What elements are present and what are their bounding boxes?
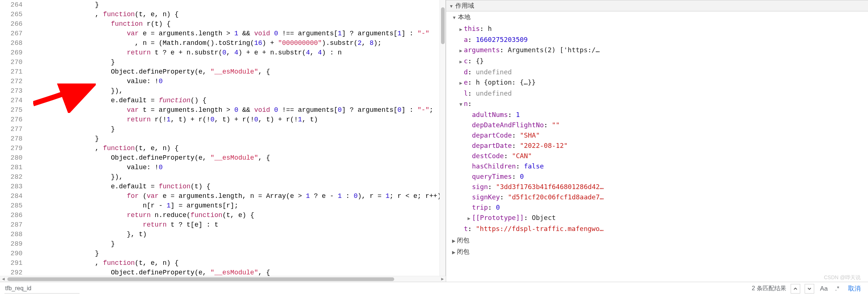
scope-variable-row[interactable]: sign: "3dd3f1763b41f646801286d42… (451, 182, 868, 192)
code-line[interactable]: , n = (Math.random().toString(16) + "000… (31, 38, 445, 48)
scope-variable-row[interactable]: queryTimes: 0 (451, 171, 868, 182)
code-line[interactable]: var e = arguments.length > 1 && void 0 !… (31, 29, 445, 38)
line-number: 272 (0, 77, 22, 86)
vertical-scroll-thumb[interactable] (441, 7, 445, 44)
closure-scope-header[interactable]: ▶闭包 (446, 235, 868, 246)
scope-sidebar: ▼ 作用域 ▼本地 ▶this: ha: 1660275203509▶argum… (446, 0, 868, 295)
code-line[interactable]: } (31, 249, 445, 258)
scope-variable-row[interactable]: trip: 0 (451, 202, 868, 213)
code-line[interactable]: Object.defineProperty(e, "__esModule", { (31, 153, 445, 163)
scope-variable-row[interactable]: ▶arguments: Arguments(2) ['https:/… (451, 45, 868, 56)
scope-variable-row[interactable]: departCode: "SHA" (451, 130, 868, 141)
code-line[interactable]: n[r - 1] = arguments[r]; (31, 201, 445, 210)
scope-variable-row[interactable]: destCode: "CAN" (451, 151, 868, 161)
code-line[interactable]: } (31, 57, 445, 67)
code-editor-pane: 2642652662672682692702712722732742752762… (0, 0, 446, 295)
variable-name: this (464, 25, 480, 32)
line-number: 276 (0, 115, 22, 124)
line-number: 270 (0, 57, 22, 67)
line-number: 290 (0, 249, 22, 258)
line-number: 273 (0, 86, 22, 96)
regex-toggle[interactable]: .* (834, 285, 841, 292)
variable-name: arguments (464, 46, 500, 54)
scroll-right-icon[interactable]: ▶ (439, 276, 446, 282)
code-line[interactable]: for (var e = arguments.length, n = Array… (31, 191, 445, 201)
horizontal-scrollbar[interactable]: ◀ ▶ (0, 276, 446, 282)
line-number: 266 (0, 19, 22, 29)
variable-name: destCode (472, 152, 504, 160)
line-number: 275 (0, 105, 22, 115)
code-line[interactable]: return n.reduce(function(t, e) { (31, 210, 445, 220)
annotation-arrow-icon (33, 83, 96, 113)
find-prev-button[interactable] (791, 284, 800, 294)
line-number: 274 (0, 96, 22, 105)
code-line[interactable]: } (31, 0, 445, 10)
scope-variable-row[interactable]: signKey: "d5f1cf20c06fcf1d8aade7… (451, 192, 868, 202)
code-area[interactable]: } , function(t, e, n) { function r(t) { … (31, 0, 445, 295)
scope-variable-row[interactable]: t: "https://fdspl-traffic.mafengwo… (451, 224, 868, 234)
scope-variable-row[interactable]: ▶e: h {option: {…}} (451, 77, 868, 88)
code-line[interactable]: , function(t, e, n) { (31, 143, 445, 153)
code-line[interactable]: } (31, 134, 445, 143)
code-line[interactable]: } (31, 124, 445, 134)
expand-icon[interactable]: ▶ (458, 46, 464, 56)
scope-variable-row[interactable]: ▶this: h (451, 24, 868, 35)
code-line[interactable]: function r(t) { (31, 19, 445, 29)
scope-variable-row[interactable]: a: 1660275203509 (451, 35, 868, 45)
code-line[interactable]: return t ? e + n.substr(0, 4) + e + n.su… (31, 48, 445, 57)
scroll-left-icon[interactable]: ◀ (0, 276, 7, 282)
watermark: CSDN @哔天说 (824, 274, 861, 281)
line-number: 265 (0, 10, 22, 19)
variable-name: hasChildren (472, 162, 516, 170)
line-number: 281 (0, 163, 22, 172)
scope-panel-header[interactable]: ▼ 作用域 (446, 0, 868, 11)
code-line[interactable]: e.default = function(t) { (31, 182, 445, 191)
variable-name: queryTimes (472, 173, 512, 180)
code-line[interactable]: value: !0 (31, 163, 445, 172)
expand-icon[interactable]: ▶ (458, 78, 464, 88)
scope-variable-row[interactable]: adultNums: 1 (451, 110, 868, 120)
expand-icon[interactable]: ▶ (458, 57, 464, 67)
find-cancel-button[interactable]: 取消 (845, 284, 864, 293)
variable-name: e (464, 78, 468, 86)
chevron-down-icon: ▼ (452, 15, 456, 20)
scope-variable-row[interactable]: departDate: "2022-08-12" (451, 141, 868, 151)
scope-variable-row[interactable]: hasChildren: false (451, 161, 868, 171)
line-number: 268 (0, 38, 22, 48)
vertical-scrollbar[interactable] (440, 0, 445, 276)
closure-scope-header-2[interactable]: ▶闭包 (446, 246, 868, 257)
find-next-button[interactable] (805, 284, 814, 294)
code-line[interactable]: , function(t, e, n) { (31, 258, 445, 268)
scope-variable-row[interactable]: ▶[[Prototype]]: Object (451, 213, 868, 224)
match-case-toggle[interactable]: Aa (819, 285, 829, 292)
code-line[interactable]: , function(t, e, n) { (31, 10, 445, 19)
variable-name: [[Prototype]] (472, 214, 524, 221)
scope-variable-row[interactable]: d: undefined (451, 67, 868, 77)
code-line[interactable]: return t ? t[e] : t (31, 220, 445, 230)
variable-name: depDateAndFlightNo (472, 121, 544, 129)
line-number: 286 (0, 210, 22, 220)
code-line[interactable]: Object.defineProperty(e, "__esModule", { (31, 67, 445, 77)
expand-icon[interactable]: ▼ (458, 99, 464, 110)
expand-icon[interactable]: ▶ (466, 213, 472, 224)
variable-name: trip (472, 203, 488, 211)
code-line[interactable]: } (31, 239, 445, 249)
line-number: 280 (0, 153, 22, 163)
code-line[interactable]: }), (31, 172, 445, 182)
line-number: 277 (0, 124, 22, 134)
scope-variable-row[interactable]: ▼n: (451, 99, 868, 110)
variable-name: sign (472, 183, 488, 191)
find-input[interactable] (4, 284, 80, 294)
expand-icon[interactable]: ▶ (458, 24, 464, 35)
variable-name: departCode (472, 131, 512, 139)
scope-variable-row[interactable]: depDateAndFlightNo: "" (451, 120, 868, 130)
code-line[interactable]: }, t) (31, 230, 445, 239)
scope-variable-row[interactable]: l: undefined (451, 88, 868, 99)
chevron-right-icon: ▶ (452, 250, 455, 255)
chevron-down-icon: ▼ (449, 4, 454, 9)
scope-variable-row[interactable]: ▶c: {} (451, 56, 868, 67)
find-match-count: 2 条匹配结果 (752, 285, 786, 292)
local-scope-header[interactable]: ▼本地 (446, 11, 868, 23)
code-line[interactable]: return r(!1, t) + r(!0, t) + r(!0, t) + … (31, 115, 445, 124)
horizontal-scroll-thumb[interactable] (7, 277, 394, 281)
